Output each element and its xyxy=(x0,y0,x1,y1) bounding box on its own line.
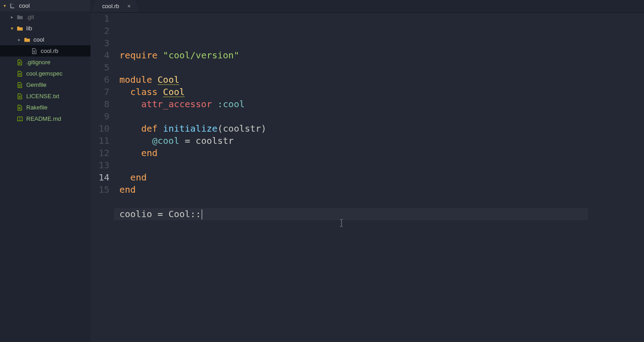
code-line[interactable] xyxy=(119,159,644,171)
tree-item-Rakefile[interactable]: Rakefile xyxy=(0,102,90,113)
tree-item-label: LICENSE.txt xyxy=(26,93,59,100)
code-line[interactable] xyxy=(119,220,644,233)
folder-icon xyxy=(16,14,24,21)
tree-root[interactable]: ▾ cool xyxy=(0,0,90,11)
tree-item-LICENSE-txt[interactable]: LICENSE.txt xyxy=(0,90,90,102)
code-line[interactable] xyxy=(119,110,644,123)
code-line[interactable]: module Cool xyxy=(119,74,644,86)
tree-item--gitignore[interactable]: .gitignore xyxy=(0,57,90,68)
tree-item-label: .git xyxy=(26,14,34,20)
code-editor[interactable]: 123456789101112131415 require "cool/vers… xyxy=(90,13,644,342)
book-icon xyxy=(16,115,24,123)
tree-item-cool[interactable]: ▸cool xyxy=(0,34,90,45)
tree-item-README-md[interactable]: README.md xyxy=(0,113,90,124)
tab-title: cool.rb xyxy=(102,3,119,10)
caret xyxy=(202,209,202,219)
editor-area: cool.rb × 123456789101112131415 require … xyxy=(90,0,644,342)
line-number: 8 xyxy=(90,98,114,110)
chevron-down-icon: ▾ xyxy=(2,3,7,8)
code-line[interactable]: end xyxy=(119,171,644,184)
tab-cool-rb[interactable]: cool.rb × xyxy=(96,0,135,12)
folder-icon xyxy=(16,25,24,32)
line-number: 2 xyxy=(90,25,114,37)
line-number: 10 xyxy=(90,123,114,135)
tree-item-label: cool.rb xyxy=(41,48,58,54)
line-number: 11 xyxy=(90,135,114,147)
tree-item-label: Gemfile xyxy=(26,81,47,88)
code-line[interactable]: attr_accessor :cool xyxy=(119,98,644,110)
chevron-down-icon: ▾ xyxy=(9,26,14,31)
line-number: 3 xyxy=(90,37,114,49)
tree-item-lib[interactable]: ▾lib xyxy=(0,23,90,34)
repo-icon xyxy=(9,2,16,10)
file-icon xyxy=(16,70,24,77)
line-number: 13 xyxy=(90,159,114,171)
tree-item-label: cool xyxy=(33,36,44,43)
tree-item-label: .gitignore xyxy=(26,59,50,66)
file-icon xyxy=(16,93,24,100)
file-icon xyxy=(16,104,24,111)
code-line[interactable]: class Cool xyxy=(119,86,644,98)
line-number: 7 xyxy=(90,86,114,98)
chevron-right-icon: ▸ xyxy=(9,14,14,19)
tree-item-label: cool.gemspec xyxy=(26,70,62,77)
tree-item-cool-gemspec[interactable]: cool.gemspec xyxy=(0,68,90,79)
tree-item--git[interactable]: ▸.git xyxy=(0,11,90,23)
line-number: 15 xyxy=(90,184,114,196)
line-number: 9 xyxy=(90,110,114,123)
svg-rect-0 xyxy=(11,4,14,4)
folder-icon xyxy=(24,36,31,43)
line-number-gutter: 123456789101112131415 xyxy=(90,13,114,342)
line-number: 5 xyxy=(90,62,114,74)
line-number: 4 xyxy=(90,49,114,62)
close-icon[interactable]: × xyxy=(128,3,131,10)
tree-item-label: Rakefile xyxy=(26,104,47,111)
tree-item-Gemfile[interactable]: Gemfile xyxy=(0,79,90,90)
line-number: 14 xyxy=(90,171,114,184)
code-content[interactable]: require "cool/version" module Cool class… xyxy=(114,13,644,342)
code-line[interactable]: coolio = Cool:: xyxy=(119,208,644,220)
file-icon xyxy=(16,81,24,89)
chevron-right-icon: ▸ xyxy=(16,37,22,42)
code-line[interactable] xyxy=(119,62,644,74)
tree-item-cool-rb[interactable]: cool.rb xyxy=(0,45,90,57)
tree-item-label: lib xyxy=(26,25,32,32)
code-line[interactable]: require "cool/version" xyxy=(119,49,644,62)
file-tree-sidebar: ▾ cool ▸.git▾lib▸coolcool.rb.gitignoreco… xyxy=(0,0,90,342)
tree-root-label: cool xyxy=(19,2,30,9)
code-line[interactable]: end xyxy=(119,184,644,196)
file-icon xyxy=(16,59,24,66)
code-line[interactable]: @cool = coolstr xyxy=(119,135,644,147)
code-line[interactable]: def initialize(coolstr) xyxy=(119,123,644,135)
tree-item-label: README.md xyxy=(26,115,61,122)
app-root: ▾ cool ▸.git▾lib▸coolcool.rb.gitignoreco… xyxy=(0,0,644,342)
code-line[interactable] xyxy=(119,196,644,208)
file-icon xyxy=(31,48,38,55)
line-number: 12 xyxy=(90,147,114,159)
line-number: 6 xyxy=(90,74,114,86)
line-number: 1 xyxy=(90,13,114,25)
code-line[interactable]: end xyxy=(119,147,644,159)
tab-bar: cool.rb × xyxy=(90,0,644,13)
